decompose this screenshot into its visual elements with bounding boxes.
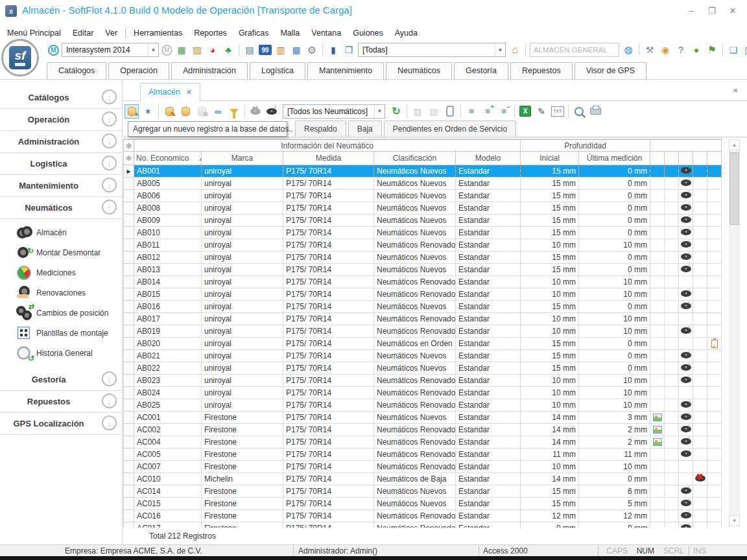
cell-modelo[interactable]: Estandar [456, 325, 521, 338]
tire-mount-icon[interactable] [681, 426, 691, 432]
icon-cell[interactable] [693, 387, 707, 399]
cell-marca[interactable]: uniroyal [202, 264, 283, 276]
icon-cell[interactable] [679, 215, 693, 227]
table-row[interactable]: AC002FirestoneP175/ 70R14Neumáticos Reno… [124, 424, 722, 436]
close-panel-icon[interactable]: × [733, 86, 738, 95]
cell-marca[interactable]: uniroyal [202, 325, 283, 338]
cell-modelo[interactable]: Estandar [456, 473, 521, 485]
icon-cell[interactable] [693, 165, 707, 178]
cell-clasificaci-n[interactable]: Neumáticos Nuevos [374, 412, 456, 424]
cell-no-economico[interactable]: AB009 [134, 215, 202, 227]
cell-inicial[interactable]: 10 mm [521, 276, 579, 288]
icon-cell[interactable] [650, 264, 665, 276]
icon-cell[interactable] [679, 276, 693, 288]
icon-cell[interactable] [665, 399, 679, 412]
cell-modelo[interactable]: Estandar [456, 251, 521, 264]
module-tab-3[interactable]: Logística [250, 62, 305, 80]
cell-marca[interactable]: Firestone [202, 412, 283, 424]
icon-cell[interactable] [707, 227, 722, 239]
cell-no-economico[interactable]: AB011 [134, 239, 202, 251]
cell-marca[interactable]: uniroyal [202, 362, 283, 375]
cell-marca[interactable]: Firestone [202, 436, 283, 449]
cell-inicial[interactable]: 10 mm [521, 387, 579, 399]
cell-inicial[interactable]: 10 mm [521, 399, 579, 412]
cell-no-economico[interactable]: AB022 [134, 362, 202, 375]
icon-cell[interactable] [707, 251, 722, 264]
icon-cell[interactable] [693, 227, 707, 239]
cell-marca[interactable]: Firestone [202, 485, 283, 498]
icon-cell[interactable] [707, 522, 722, 528]
cell-marca[interactable]: uniroyal [202, 165, 283, 178]
table-row[interactable]: AB016uniroyalP175/ 70R14Neumáticos Nuevo… [124, 301, 722, 313]
cell-inicial[interactable]: 14 mm [521, 412, 579, 424]
cell-no-economico[interactable]: AC017 [134, 522, 202, 528]
users-group-icon[interactable]: ♣ [222, 43, 235, 56]
cell-clasificaci-n[interactable]: Neumáticos Renovados [374, 313, 456, 325]
cell-medida[interactable]: P175/ 70R14 [283, 461, 374, 473]
module-tab-1[interactable]: Operación [108, 62, 169, 80]
icon-cell[interactable] [707, 301, 722, 313]
cell-no-economico[interactable]: AB021 [134, 350, 202, 362]
icon-cell[interactable] [650, 362, 665, 375]
icon-cell[interactable] [665, 165, 679, 178]
cell-clasificaci-n[interactable]: Neumáticos en Orden ... [374, 338, 456, 350]
add-record-button[interactable]: + [124, 104, 139, 119]
tire-mount-icon[interactable] [681, 364, 691, 371]
cell-inicial[interactable]: 15 mm [521, 498, 579, 510]
task-checklist-icon[interactable]: ▥ [274, 43, 287, 56]
icon-cell[interactable] [679, 190, 693, 202]
cell-no-economico[interactable]: AB008 [134, 202, 202, 215]
sidebar-group-3[interactable]: Logistica↓ [0, 153, 122, 175]
icon-cell[interactable] [665, 251, 679, 264]
icon-cell[interactable] [707, 239, 722, 251]
icon-cell[interactable] [665, 350, 679, 362]
sidebar-item-4[interactable]: ⇄Cambios de posición [0, 303, 122, 323]
column-header-3[interactable]: Clasificación [374, 152, 456, 165]
icon-cell[interactable] [707, 288, 722, 301]
icon-cell[interactable] [679, 301, 693, 313]
cell-inicial[interactable]: 15 mm [521, 350, 579, 362]
icon-cell[interactable] [707, 412, 722, 424]
cell--ltima-medici-n[interactable]: 0 mm [579, 301, 650, 313]
icon-cell[interactable] [650, 227, 665, 239]
icon-cell[interactable] [707, 313, 722, 325]
table-row[interactable]: AC001FirestoneP175/ 70R14Neumáticos Nuev… [124, 412, 722, 424]
icon-cell[interactable] [679, 461, 693, 473]
cell-modelo[interactable]: Estandar [456, 190, 521, 202]
chevron-down-icon[interactable]: ▼ [495, 43, 505, 56]
cell--ltima-medici-n[interactable]: 0 mm [579, 251, 650, 264]
icon-cell[interactable] [650, 325, 665, 338]
cell-inicial[interactable]: 15 mm [521, 338, 579, 350]
icon-cell[interactable] [665, 485, 679, 498]
icon-cell[interactable] [665, 190, 679, 202]
tire-mount-icon[interactable] [681, 524, 691, 528]
cell-modelo[interactable]: Estandar [456, 387, 521, 399]
icon-cell[interactable] [665, 375, 679, 387]
icon-cell[interactable] [665, 178, 679, 190]
icon-cell[interactable] [665, 449, 679, 461]
cell-modelo[interactable]: Estandar [456, 362, 521, 375]
cell-medida[interactable]: P175/ 70R14 [283, 387, 374, 399]
cell-marca[interactable]: Firestone [202, 461, 283, 473]
export-excel-button[interactable]: X [518, 104, 532, 119]
menu-item-7[interactable]: Ventana [305, 29, 347, 38]
cell--ltima-medici-n[interactable]: 10 mm [579, 375, 650, 387]
icon-cell[interactable] [693, 178, 707, 190]
cell--ltima-medici-n[interactable]: 2 mm [579, 424, 650, 436]
icon-cell[interactable] [707, 461, 722, 473]
data-grid-icon[interactable]: ▦ [290, 43, 303, 56]
cell-inicial[interactable]: 14 mm [521, 473, 579, 485]
cell-medida[interactable]: P175/ 70R14 [283, 399, 374, 412]
expand-arrow-icon[interactable]: ↓ [102, 134, 117, 148]
sidebar-group-8[interactable]: GPS Localización↓ [0, 413, 122, 435]
icon-cell[interactable] [650, 461, 665, 473]
menu-item-4[interactable]: Reportes [188, 29, 233, 38]
cell-no-economico[interactable]: AB023 [134, 375, 202, 387]
icon-cell[interactable] [693, 276, 707, 288]
icon-cell[interactable] [707, 485, 722, 498]
icon-cell[interactable] [707, 202, 722, 215]
batch-99-icon[interactable]: 99 [259, 45, 272, 55]
tires-filter-combo[interactable]: [Todos los Neumáticos]▼ [283, 104, 385, 119]
cell-medida[interactable]: P175/ 70R14 [283, 485, 374, 498]
icon-cell[interactable] [679, 436, 693, 449]
